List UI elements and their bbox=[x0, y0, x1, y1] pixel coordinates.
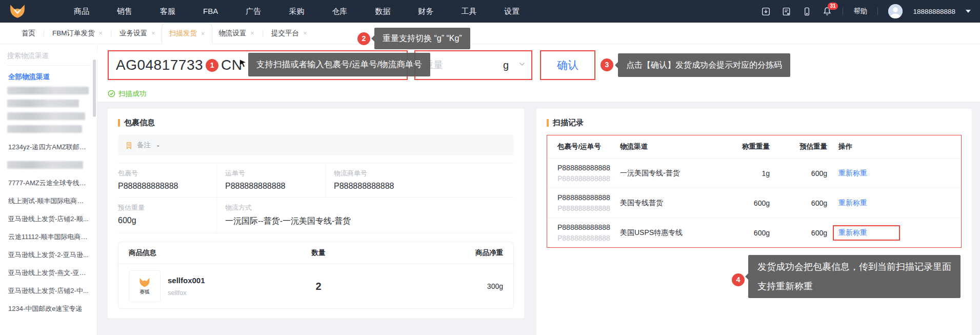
package-info-title: 包裹信息 bbox=[118, 118, 514, 128]
sidebar-item-channel[interactable]: 1234-中国邮政e速宝专递 bbox=[0, 300, 97, 318]
sidebar-item-channel[interactable]: 云途11112-顺丰国际电商专... bbox=[0, 228, 97, 246]
product-quantity: 2 bbox=[262, 281, 375, 292]
tab-submit-platform[interactable]: 提交平台× bbox=[265, 23, 313, 44]
brand-fox-icon bbox=[139, 278, 150, 287]
nav-item-sales[interactable]: 销售 bbox=[117, 7, 132, 16]
sidebar-item-redacted[interactable] bbox=[7, 125, 82, 133]
reweigh-link[interactable]: 重新称重 bbox=[838, 169, 900, 178]
confirm-label: 确认 bbox=[557, 58, 578, 72]
product-sku: sellfox bbox=[168, 289, 205, 297]
sidebar-item-channel[interactable]: 亚马逊线上发货-店铺2-中... bbox=[0, 282, 97, 300]
col-quantity: 数量 bbox=[262, 248, 375, 258]
tab-home[interactable]: 首页 bbox=[15, 23, 42, 44]
reweigh-highlight-box: 重新称重 bbox=[833, 225, 900, 241]
chevron-down-icon[interactable] bbox=[519, 59, 525, 68]
account-caret-icon[interactable] bbox=[966, 10, 971, 13]
download-icon[interactable] bbox=[761, 6, 771, 16]
col-action: 操作 bbox=[838, 142, 900, 151]
mobile-app-icon[interactable] bbox=[802, 6, 812, 16]
scan-records-title: 扫描记录 bbox=[547, 118, 962, 128]
nav-item-data[interactable]: 数据 bbox=[375, 7, 390, 16]
weight-unit-select[interactable]: g bbox=[503, 60, 509, 71]
main-menu: 商品 销售 客服 FBA 广告 采购 仓库 数据 财务 工具 设置 bbox=[74, 7, 519, 16]
nav-item-finance[interactable]: 财务 bbox=[418, 7, 433, 16]
close-icon[interactable]: × bbox=[201, 30, 205, 37]
field-label: 物流商单号 bbox=[334, 169, 507, 178]
nav-item-settings[interactable]: 设置 bbox=[504, 7, 519, 16]
record-weighed: 1g bbox=[721, 169, 770, 178]
sidebar-item-redacted[interactable] bbox=[7, 100, 79, 107]
product-table: 商品信息 数量 商品净重 赛狐 sellfox00 bbox=[118, 242, 514, 309]
sidebar-item-redacted[interactable] bbox=[7, 87, 89, 94]
sidebar-item-all-channels[interactable]: 全部物流渠道 bbox=[8, 72, 89, 82]
user-avatar[interactable] bbox=[888, 4, 903, 18]
close-icon[interactable]: × bbox=[250, 30, 254, 36]
tab-fbm-orders[interactable]: FBM订单发货× bbox=[46, 23, 109, 44]
carrier-no-value: P888888888888 bbox=[334, 182, 507, 191]
divider bbox=[877, 8, 878, 15]
scan-shipping-page: 商品 销售 客服 FBA 广告 采购 仓库 数据 财务 工具 设置 31 bbox=[0, 0, 980, 335]
tab-label: 提交平台 bbox=[271, 29, 299, 38]
tab-business-settings[interactable]: 业务设置× bbox=[113, 23, 162, 44]
tab-label: 业务设置 bbox=[119, 29, 147, 38]
nav-item-service[interactable]: 客服 bbox=[160, 7, 175, 16]
record-row: P888888888888 P888888888888 美国专线普货 600g … bbox=[547, 188, 961, 218]
col-product-info: 商品信息 bbox=[129, 248, 262, 258]
sidebar-item-redacted[interactable] bbox=[7, 112, 85, 120]
reweigh-link[interactable]: 重新称重 bbox=[838, 199, 900, 208]
sidebar-item-channel[interactable]: 1234yz-递四方AMZ联邮通... bbox=[0, 138, 97, 156]
callout-badge-2: 2 bbox=[357, 32, 370, 45]
close-icon[interactable]: × bbox=[151, 30, 155, 36]
sidebar-item-channel[interactable]: 亚马逊线上发货-2-亚马逊... bbox=[0, 246, 97, 264]
nav-item-purchase[interactable]: 采购 bbox=[289, 7, 304, 16]
notifications-bell-icon[interactable]: 31 bbox=[822, 6, 832, 16]
col-net-weight: 商品净重 bbox=[375, 248, 503, 258]
record-package-no: P888888888888 bbox=[557, 222, 609, 233]
product-net-weight: 300g bbox=[375, 282, 503, 290]
record-waybill-no: P888888888888 bbox=[557, 173, 609, 184]
record-estimated: 600g bbox=[781, 169, 827, 178]
close-icon[interactable]: × bbox=[99, 30, 103, 36]
close-icon[interactable]: × bbox=[303, 30, 307, 36]
notification-count-badge: 31 bbox=[828, 3, 837, 10]
feedback-form-icon[interactable] bbox=[781, 6, 791, 16]
sidebar-item-redacted[interactable] bbox=[7, 161, 83, 169]
col-package-waybill-no: 包裹号/运单号 bbox=[557, 142, 609, 151]
field-label: 运单号 bbox=[225, 169, 318, 178]
confirm-button[interactable]: 确认 bbox=[540, 50, 595, 80]
nav-item-products[interactable]: 商品 bbox=[74, 7, 89, 16]
nav-item-tools[interactable]: 工具 bbox=[461, 7, 476, 16]
sidebar-item-channel[interactable]: 7777-AMZ云途全球专线平... bbox=[0, 174, 97, 192]
nav-item-fba[interactable]: FBA bbox=[203, 7, 218, 16]
product-name: sellfox001 bbox=[168, 276, 205, 285]
section-title: 扫描记录 bbox=[553, 118, 584, 128]
divider bbox=[843, 8, 843, 15]
weight-input[interactable]: 重量 g bbox=[414, 50, 532, 80]
title-accent-bar bbox=[547, 119, 549, 127]
channel-search-input[interactable] bbox=[7, 52, 98, 60]
sidebar-scrollbar[interactable] bbox=[93, 60, 96, 117]
sidebar-item-channel[interactable]: 线上测试-顺丰国际电商专... bbox=[0, 192, 97, 210]
account-phone[interactable]: 18888888888 bbox=[913, 8, 955, 15]
col-estimated: 预估重量 bbox=[781, 142, 827, 151]
nav-item-warehouse[interactable]: 仓库 bbox=[332, 7, 347, 16]
sidebar-item-channel[interactable]: 亚马逊线上发货-店铺2-顺... bbox=[0, 210, 97, 228]
tab-scan-shipping[interactable]: 扫描发货× bbox=[162, 23, 213, 44]
sidebar-item-channel[interactable]: 亚马逊线上发货-燕文-亚马... bbox=[0, 264, 97, 282]
col-weighed: 称重重量 bbox=[721, 142, 770, 151]
tab-label: 物流设置 bbox=[218, 29, 246, 38]
tab-bar: 首页 FBM订单发货× 业务设置× 扫描发货× 物流设置× 提交平台× bbox=[0, 23, 980, 44]
scan-toolbar: AG04817733 1 CN 重量 g 确认 扫描成功 bbox=[97, 44, 980, 102]
tab-logistics-settings[interactable]: 物流设置× bbox=[212, 23, 261, 44]
remark-bookmark-icon bbox=[125, 142, 133, 149]
title-accent-bar bbox=[118, 119, 120, 127]
nav-item-ads[interactable]: 广告 bbox=[246, 7, 261, 16]
callout-tooltip-confirm: 点击【确认】发货成功会提示对应的分拣码 bbox=[618, 53, 790, 77]
sellfox-logo-icon[interactable] bbox=[9, 4, 27, 19]
package-fields: 包裹号 P888888888888 运单号 P888888888888 物流商单… bbox=[118, 163, 514, 233]
record-weighed: 600g bbox=[721, 199, 770, 207]
estimated-weight-value: 600g bbox=[118, 216, 209, 225]
record-estimated: 600g bbox=[781, 229, 827, 237]
help-link[interactable]: 帮助 bbox=[853, 7, 867, 16]
reweigh-link[interactable]: 重新称重 bbox=[838, 228, 867, 237]
